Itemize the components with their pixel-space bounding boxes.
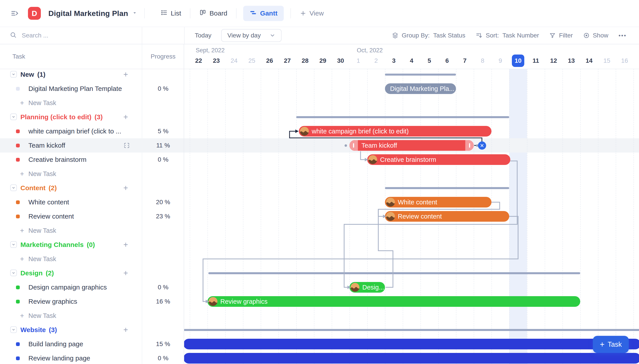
filter-control[interactable]: Filter bbox=[549, 32, 573, 39]
collapse-chevron-icon[interactable] bbox=[10, 270, 17, 276]
bar-white-content[interactable]: White content bbox=[385, 197, 491, 208]
bar-build-landing-page[interactable] bbox=[184, 339, 639, 349]
gridline bbox=[633, 69, 634, 364]
collapse-chevron-icon[interactable] bbox=[10, 241, 17, 248]
add-task-to-group-button[interactable]: + bbox=[123, 238, 128, 252]
add-task-to-group-button[interactable]: + bbox=[123, 181, 128, 195]
collapse-chevron-icon[interactable] bbox=[10, 71, 17, 78]
task-row-review-graphics[interactable]: Review graphics16 % bbox=[0, 294, 184, 308]
bar-team-kickoff[interactable]: Team kickoff bbox=[350, 140, 474, 151]
gridline bbox=[562, 69, 563, 364]
bar-label: Team kickoff bbox=[362, 142, 397, 149]
add-task-to-group-button[interactable]: + bbox=[123, 110, 128, 124]
expand-icon[interactable] bbox=[123, 142, 130, 150]
add-view-button[interactable]: View bbox=[297, 6, 326, 20]
view-mode-dropdown[interactable]: View by day bbox=[221, 29, 281, 42]
summary-design bbox=[208, 272, 580, 274]
chevron-down-icon[interactable] bbox=[132, 10, 138, 17]
bar-white-campaign-brief[interactable]: white campaign brief (click to edit) bbox=[299, 126, 491, 136]
show-control[interactable]: Show bbox=[583, 32, 608, 39]
add-task-button[interactable]: +Task bbox=[593, 336, 629, 353]
group-name: New bbox=[21, 68, 34, 82]
day-header-28: 28 bbox=[296, 54, 314, 68]
new-task-button[interactable]: +New Task bbox=[0, 308, 184, 323]
day-header-12: 12 bbox=[545, 54, 562, 68]
status-square bbox=[16, 342, 20, 346]
sidebar-toggle-icon[interactable] bbox=[11, 9, 20, 18]
plus-icon bbox=[300, 10, 306, 17]
gridline bbox=[580, 69, 581, 364]
plus-icon: + bbox=[20, 252, 24, 266]
group-by-control[interactable]: Group By: Task Status bbox=[392, 32, 466, 39]
day-header-6: 6 bbox=[438, 54, 456, 68]
task-row-creative-brainstorm[interactable]: Creative brainstorm0 % bbox=[0, 152, 184, 167]
collapse-chevron-icon[interactable] bbox=[10, 114, 17, 120]
bar-review-landing-page[interactable] bbox=[184, 353, 639, 364]
summary-new bbox=[385, 74, 456, 76]
new-task-button[interactable]: +New Task bbox=[0, 96, 184, 110]
sort-value: Task Number bbox=[502, 32, 539, 39]
chevron-down-icon bbox=[269, 32, 275, 38]
divider bbox=[290, 8, 291, 18]
group-name: Website bbox=[21, 323, 46, 337]
gridline bbox=[350, 69, 350, 364]
bar-digital-marketing-plan-template[interactable]: Digital Marketing Pla... bbox=[385, 83, 456, 94]
progress-value: 0 % bbox=[142, 152, 184, 167]
task-row-digital-marketing-plan-template[interactable]: Digital Marketing Plan Template0 % bbox=[0, 82, 184, 96]
gridline bbox=[190, 69, 190, 364]
task-name: Review graphics bbox=[29, 294, 77, 308]
task-row-build-landing-page[interactable]: Build landing page15 % bbox=[0, 337, 184, 351]
collapse-chevron-icon[interactable] bbox=[10, 184, 17, 191]
layers-icon bbox=[392, 32, 399, 39]
add-task-to-group-button[interactable]: + bbox=[123, 68, 128, 82]
month-label: Sept, 2022 bbox=[196, 47, 225, 54]
gridline bbox=[296, 69, 297, 364]
delete-link-button[interactable] bbox=[478, 142, 486, 150]
bar-label: Digital Marketing Pla... bbox=[390, 85, 454, 92]
day-header-26: 26 bbox=[261, 54, 278, 68]
task-row-review-content[interactable]: Review content23 % bbox=[0, 209, 184, 224]
bar-creative-brainstorm[interactable]: Creative brainstorm bbox=[367, 154, 510, 165]
group-count: (2) bbox=[46, 266, 54, 280]
day-header-30: 30 bbox=[332, 54, 350, 68]
task-name: white campaign brief (click to ... bbox=[29, 124, 121, 138]
add-task-to-group-button[interactable]: + bbox=[123, 323, 128, 337]
collapse-chevron-icon[interactable] bbox=[10, 326, 17, 333]
summary-content bbox=[385, 187, 509, 189]
gridline bbox=[598, 69, 598, 364]
search-input[interactable] bbox=[21, 32, 124, 39]
day-header-16: 16 bbox=[616, 54, 633, 68]
search-bar[interactable] bbox=[10, 27, 124, 44]
tab-gantt[interactable]: Gantt bbox=[243, 6, 283, 21]
new-task-button[interactable]: +New Task bbox=[0, 167, 184, 181]
tab-board[interactable]: Board bbox=[197, 6, 229, 21]
task-row-team-kickoff[interactable]: Team kickoff11 % bbox=[0, 138, 184, 152]
task-row-white-content[interactable]: White content20 % bbox=[0, 195, 184, 209]
page-title[interactable]: Digital Marketing Plan bbox=[48, 9, 128, 18]
add-task-to-group-button[interactable]: + bbox=[123, 266, 128, 280]
divider bbox=[190, 8, 190, 18]
new-task-button[interactable]: +New Task bbox=[0, 224, 184, 238]
group-row-new: New(1)+ bbox=[0, 68, 184, 82]
day-header-8: 8 bbox=[474, 54, 491, 68]
sort-control[interactable]: Sort: Task Number bbox=[475, 32, 539, 39]
bar-design-campaign-graphics[interactable]: Desig... bbox=[350, 282, 385, 292]
more-options-button[interactable]: ••• bbox=[618, 32, 626, 39]
task-row-review-landing-page[interactable]: Review landing page0 % bbox=[0, 351, 184, 364]
plus-icon: + bbox=[20, 167, 24, 181]
task-name: Digital Marketing Plan Template bbox=[29, 82, 122, 96]
group-count: (2) bbox=[49, 181, 57, 195]
new-task-button[interactable]: +New Task bbox=[0, 252, 184, 266]
bar-label: white campaign brief (click to edit) bbox=[312, 128, 409, 135]
task-row-white-campaign-brief-click-to-[interactable]: white campaign brief (click to ...5 % bbox=[0, 124, 184, 138]
task-row-design-campaign-graphics[interactable]: Design campaign graphics0 % bbox=[0, 280, 184, 294]
gantt-chart: Sept, 2022Oct, 2022222324252627282930123… bbox=[184, 44, 639, 364]
bar-review-content[interactable]: Review content bbox=[385, 211, 509, 222]
group-row-website: Website(3)+ bbox=[0, 323, 184, 337]
link-connector-dot[interactable] bbox=[345, 144, 347, 147]
today-button[interactable]: Today bbox=[195, 32, 211, 39]
summary-website bbox=[184, 329, 639, 331]
tab-list[interactable]: List bbox=[158, 6, 183, 21]
bar-review-graphics[interactable]: Review graphics bbox=[207, 296, 580, 307]
workspace-logo[interactable]: D bbox=[28, 7, 41, 20]
